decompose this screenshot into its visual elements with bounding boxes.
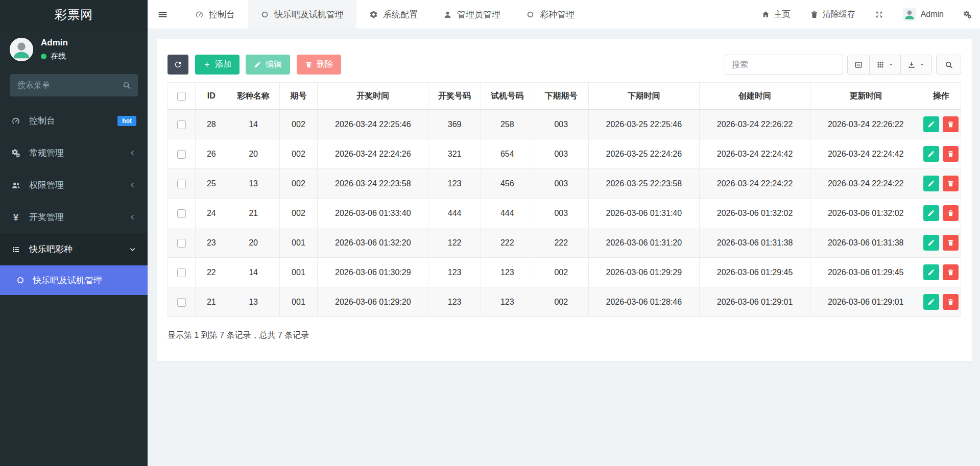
cell: 123 xyxy=(428,258,481,287)
row-actions xyxy=(921,169,961,199)
cell: 2026-03-06 01:31:38 xyxy=(810,228,921,258)
table-row: 22140012026-03-06 01:30:291231230022026-… xyxy=(168,258,961,287)
refresh-icon xyxy=(174,60,182,69)
export-button[interactable] xyxy=(901,55,931,74)
clear-cache-label: 清除缓存 xyxy=(823,9,855,20)
edit-button[interactable]: 编辑 xyxy=(246,55,290,75)
online-status-dot xyxy=(41,54,46,59)
tab-label: 管理员管理 xyxy=(457,9,500,20)
cell: 21 xyxy=(227,199,279,228)
cell: 2026-03-06 01:28:46 xyxy=(588,287,699,317)
home-link[interactable]: 主页 xyxy=(761,9,791,20)
sidebar-item-lottery-draw[interactable]: ¥ 开奖管理 xyxy=(0,201,148,233)
cell: 003 xyxy=(534,199,588,228)
sidebar-item-kuaileba[interactable]: 快乐吧彩种 xyxy=(0,233,148,265)
column-header: 下期期号 xyxy=(534,83,588,110)
row-delete-button[interactable] xyxy=(943,146,959,162)
row-edit-button[interactable] xyxy=(923,146,939,162)
sidebar-subitem-kuaileba-manage[interactable]: 快乐吧及试机管理 xyxy=(0,265,148,295)
cell: 2026-03-06 01:29:45 xyxy=(699,258,810,287)
cell: 2026-03-24 22:23:58 xyxy=(318,169,428,199)
row-delete-button[interactable] xyxy=(943,176,959,191)
cell: 123 xyxy=(428,287,481,317)
column-header: 创建时间 xyxy=(699,83,810,110)
row-checkbox[interactable] xyxy=(177,209,186,218)
table-search-input[interactable] xyxy=(725,55,843,75)
row-delete-button[interactable] xyxy=(943,205,959,221)
delete-button[interactable]: 删除 xyxy=(297,55,341,75)
grid-icon xyxy=(876,61,885,69)
row-delete-button[interactable] xyxy=(943,264,959,280)
search-button[interactable] xyxy=(936,55,961,75)
row-delete-button[interactable] xyxy=(943,294,959,310)
menu-toggle-icon[interactable] xyxy=(148,0,175,29)
search-icon[interactable] xyxy=(122,81,131,90)
cell: 2026-03-24 22:24:26 xyxy=(318,139,428,169)
select-all-checkbox[interactable] xyxy=(177,92,186,101)
user-status: 在线 xyxy=(41,52,68,61)
cell: 14 xyxy=(227,258,279,287)
delete-button-label: 删除 xyxy=(317,59,333,70)
row-checkbox[interactable] xyxy=(177,150,186,159)
tab-lottery-type[interactable]: 彩种管理 xyxy=(513,0,587,29)
cell: 2026-03-06 01:29:45 xyxy=(810,258,921,287)
tab-console[interactable]: 控制台 xyxy=(182,0,248,29)
home-icon xyxy=(761,10,770,19)
table-row: 24210022026-03-06 01:33:404444440032026-… xyxy=(168,199,961,228)
fullscreen-icon[interactable] xyxy=(875,10,883,19)
cell: 122 xyxy=(428,228,481,258)
content-card: 添加 编辑 删除 xyxy=(157,39,972,361)
row-edit-button[interactable] xyxy=(923,235,939,251)
tab-system-config[interactable]: 系统配置 xyxy=(356,0,431,29)
row-checkbox[interactable] xyxy=(177,298,186,307)
column-header: 开奖时间 xyxy=(318,83,428,110)
detail-view-button[interactable] xyxy=(848,55,870,74)
cell: 123 xyxy=(481,287,534,317)
cell: 2026-03-06 01:31:20 xyxy=(588,228,699,258)
cell: 001 xyxy=(279,258,317,287)
yen-icon: ¥ xyxy=(11,212,20,223)
sidebar-item-general[interactable]: 常规管理 xyxy=(0,137,148,169)
row-edit-button[interactable] xyxy=(923,294,939,310)
sidebar-item-label: 快乐吧彩种 xyxy=(29,243,73,255)
cell: 002 xyxy=(534,258,588,287)
row-checkbox[interactable] xyxy=(177,120,186,129)
records-summary: 显示第 1 到第 7 条记录，总共 7 条记录 xyxy=(168,330,961,341)
refresh-button[interactable] xyxy=(168,55,188,75)
row-edit-button[interactable] xyxy=(923,176,939,191)
cell: 2026-03-06 01:29:01 xyxy=(810,287,921,317)
cell: 22 xyxy=(196,258,227,287)
clear-cache-link[interactable]: 清除缓存 xyxy=(810,9,855,20)
menu-search-input[interactable] xyxy=(10,74,138,96)
sidebar-item-console[interactable]: 控制台 hot xyxy=(0,105,148,137)
cell: 258 xyxy=(481,110,534,139)
cell: 13 xyxy=(227,287,279,317)
row-delete-button[interactable] xyxy=(943,235,959,251)
cell: 14 xyxy=(227,110,279,139)
cell: 456 xyxy=(481,169,534,199)
user-menu[interactable]: Admin xyxy=(903,8,944,21)
columns-button[interactable] xyxy=(870,55,901,74)
tab-kuaileba-manage[interactable]: 快乐吧及试机管理 xyxy=(248,0,356,29)
row-edit-button[interactable] xyxy=(923,116,939,132)
sidebar-subitem-label: 快乐吧及试机管理 xyxy=(33,275,102,286)
sidebar-item-label: 控制台 xyxy=(29,115,55,127)
user-status-label: 在线 xyxy=(51,52,66,61)
user-panel: Admin 在线 xyxy=(0,29,148,68)
row-actions xyxy=(921,287,961,317)
cell: 2026-03-06 01:32:02 xyxy=(810,199,921,228)
users-icon xyxy=(11,181,20,190)
add-button[interactable]: 添加 xyxy=(195,55,240,75)
row-delete-button[interactable] xyxy=(943,116,959,132)
tab-label: 系统配置 xyxy=(383,9,418,20)
row-checkbox[interactable] xyxy=(177,268,186,277)
row-edit-button[interactable] xyxy=(923,264,939,280)
row-checkbox[interactable] xyxy=(177,239,186,248)
row-edit-button[interactable] xyxy=(923,205,939,221)
row-checkbox[interactable] xyxy=(177,180,186,188)
sidebar-item-permissions[interactable]: 权限管理 xyxy=(0,169,148,201)
table-row: 28140022026-03-24 22:25:463692580032026-… xyxy=(168,110,961,139)
settings-icon[interactable] xyxy=(963,10,972,19)
tab-admin-manage[interactable]: 管理员管理 xyxy=(431,0,513,29)
sidebar-item-label: 常规管理 xyxy=(29,147,64,159)
